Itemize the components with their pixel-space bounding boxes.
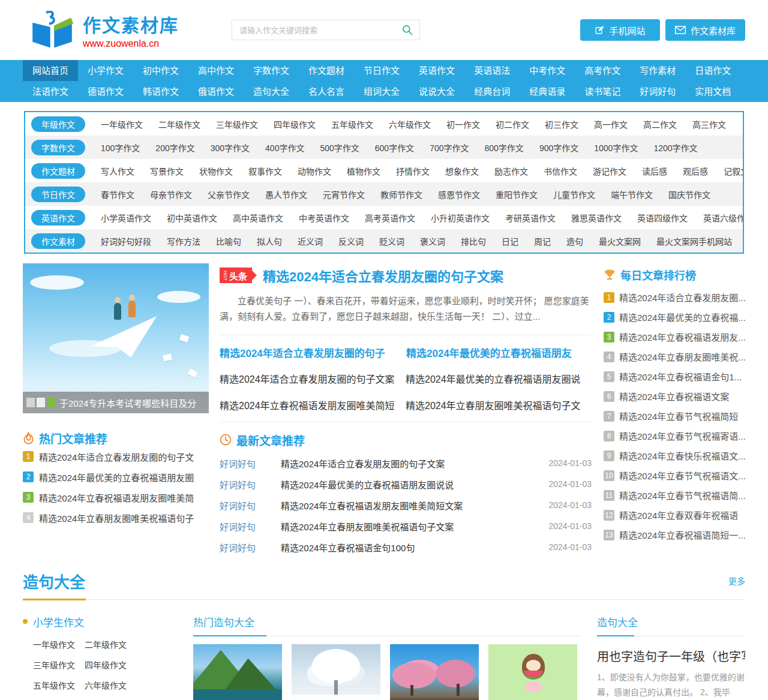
category-link[interactable]: 英语六级作文	[703, 212, 743, 224]
category-link[interactable]: 感恩节作文	[438, 188, 480, 200]
category-link[interactable]: 400字作文	[265, 142, 304, 154]
featured-article-link[interactable]: 精选2024年最优美的立春祝福语朋友	[406, 345, 592, 360]
category-link[interactable]: 日记	[502, 235, 518, 247]
image-slider[interactable]: 于2024专升本考试考哪些科目及分	[23, 263, 209, 413]
ranking-item[interactable]: 4 精选2024年立春朋友圈唯美祝...	[604, 347, 745, 366]
slider-indicator[interactable]	[37, 398, 45, 407]
category-link[interactable]: 500字作文	[320, 142, 359, 154]
nav-item[interactable]: 中考作文	[520, 60, 575, 81]
category-tag[interactable]: 好词好句	[220, 457, 281, 470]
category-link[interactable]: 造句	[566, 235, 583, 247]
category-link[interactable]: 高三作文	[692, 118, 726, 130]
category-link[interactable]: 母亲节作文	[150, 188, 192, 200]
grade-link[interactable]: 一年级作文	[33, 638, 75, 650]
nav-item[interactable]: 写作素材	[630, 60, 685, 81]
category-link[interactable]: 高二作文	[643, 118, 677, 130]
category-link[interactable]: 元宵节作文	[323, 188, 365, 200]
ranking-item[interactable]: 9 精选2024年立春快乐祝福语文...	[604, 446, 745, 465]
article-link[interactable]: 精选2024年适合立春发朋友圈的句子文案	[220, 371, 406, 386]
category-link[interactable]: 观后感	[683, 165, 708, 177]
category-link[interactable]: 拟人句	[257, 235, 282, 247]
category-link[interactable]: 想象作文	[445, 165, 479, 177]
category-link[interactable]: 五年级作文	[331, 118, 373, 130]
article-link[interactable]: 精选2024年适合立春发朋友圈的句子文案	[281, 457, 548, 470]
ranking-item[interactable]: 10 精选2024年立春节气祝福语文...	[604, 465, 745, 485]
category-link[interactable]: 端午节作文	[611, 188, 653, 200]
grade-link[interactable]: 五年级作文	[33, 679, 75, 691]
category-tag[interactable]: 好词好句	[220, 520, 281, 533]
category-link[interactable]: 高考英语作文	[365, 212, 415, 224]
ranking-item[interactable]: 2 精选2024年最优美的立春祝福...	[604, 307, 745, 327]
category-link[interactable]: 写人作文	[101, 165, 134, 177]
category-link[interactable]: 三年级作文	[216, 118, 258, 130]
nav-item[interactable]: 网站首页	[23, 60, 78, 81]
nav-item[interactable]: 作文题材	[299, 60, 354, 81]
article-link[interactable]: 精选2024年立春祝福语金句100句	[281, 541, 548, 554]
category-link[interactable]: 教师节作文	[380, 188, 422, 200]
category-link[interactable]: 排比句	[461, 235, 486, 247]
group-heading-primary[interactable]: 小学生作文	[23, 614, 193, 629]
category-pill[interactable]: 节日作文	[31, 187, 85, 202]
category-pill[interactable]: 英语作文	[31, 210, 85, 226]
category-link[interactable]: 小学英语作文	[101, 212, 151, 224]
latest-article-item[interactable]: 好词好句 精选2024年立春朋友圈唯美祝福语句子文案 2024-01-03	[220, 516, 592, 537]
article-link[interactable]: 精选2024年立春祝福语发朋友圈唯美简短文案	[281, 499, 548, 512]
category-link[interactable]: 好词好句好段	[101, 235, 151, 247]
category-link[interactable]: 父亲节作文	[208, 188, 250, 200]
category-link[interactable]: 900字作文	[539, 142, 578, 154]
ranking-item[interactable]: 8 精选2024年立春节气祝福寄语...	[604, 426, 745, 446]
category-link[interactable]: 反义词	[338, 235, 364, 247]
category-link[interactable]: 1000字作文	[594, 142, 638, 154]
category-link[interactable]: 高中英语作文	[233, 212, 283, 224]
nav-item[interactable]: 读书笔记	[575, 81, 630, 102]
nav-item[interactable]: 造句大全	[244, 81, 299, 102]
category-link[interactable]: 考研英语作文	[505, 212, 556, 224]
category-link[interactable]: 初一作文	[446, 118, 480, 130]
ranking-item[interactable]: 6 精选2024年立春祝福语文案	[604, 386, 745, 406]
ranking-item[interactable]: 11 精选2024年立春节气祝福语简...	[604, 485, 745, 505]
category-link[interactable]: 600字作文	[375, 142, 414, 154]
ranking-item[interactable]: 12 精选2024年立春双春年祝福语	[604, 505, 745, 525]
category-link[interactable]: 四年级作文	[274, 118, 316, 130]
category-link[interactable]: 700字作文	[430, 142, 469, 154]
featured-zaoju-title[interactable]: 用也字造句子一年级（也字写	[597, 647, 745, 665]
ranking-item[interactable]: 7 精选2024年立春节气祝福简短	[604, 406, 745, 426]
category-link[interactable]: 初中英语作文	[167, 212, 217, 224]
nav-item[interactable]: 德语作文	[78, 81, 133, 102]
zaoju-card[interactable]: 什么非常什么写句子一	[488, 644, 577, 700]
nav-item[interactable]: 组词大全	[354, 81, 409, 102]
category-link[interactable]: 雅思英语作文	[571, 212, 622, 224]
nav-item[interactable]: 字数作文	[244, 60, 299, 81]
category-link[interactable]: 六年级作文	[389, 118, 431, 130]
category-link[interactable]: 叙事作文	[248, 165, 282, 177]
category-link[interactable]: 书信作文	[544, 165, 577, 177]
article-link[interactable]: 精选2024年最优美的立春祝福语朋友圈说说	[281, 478, 548, 491]
site-logo[interactable]: 作文素材库 www.zuowenla.cn	[28, 11, 179, 49]
category-link[interactable]: 近义词	[298, 235, 323, 247]
slider-indicator-active[interactable]	[47, 398, 55, 407]
zaoju-card[interactable]: 雪花像什么的比喻句	[292, 644, 380, 700]
more-link[interactable]: 更多	[728, 575, 745, 587]
category-link[interactable]: 中考英语作文	[299, 212, 349, 224]
ranking-item[interactable]: 5 精选2024年立春祝福语金句1...	[604, 366, 745, 386]
category-pill[interactable]: 年级作文	[31, 116, 85, 132]
nav-item[interactable]: 小学作文	[78, 60, 133, 81]
search-button[interactable]	[401, 24, 419, 36]
category-link[interactable]: 周记	[534, 235, 551, 247]
category-tag[interactable]: 好词好句	[220, 541, 281, 554]
category-pill[interactable]: 字数作文	[31, 140, 85, 155]
category-link[interactable]: 记叙文	[724, 165, 743, 177]
category-tag[interactable]: 好词好句	[220, 478, 281, 491]
category-link[interactable]: 写景作文	[150, 165, 184, 177]
category-tag[interactable]: 好词好句	[220, 499, 281, 512]
category-link[interactable]: 抒情作文	[396, 165, 430, 177]
category-link[interactable]: 动物作文	[298, 165, 331, 177]
category-pill[interactable]: 作文题材	[31, 163, 85, 179]
category-link[interactable]: 1200字作文	[653, 142, 697, 154]
category-link[interactable]: 比喻句	[216, 235, 241, 247]
article-link[interactable]: 精选2024年立春祝福语发朋友圈唯美简短	[220, 398, 406, 412]
material-site-button[interactable]: 作文素材库	[665, 19, 745, 41]
hot-article-item[interactable]: 1 精选2024年适合立春发朋友圈的句子文	[23, 446, 209, 467]
nav-item[interactable]: 高考作文	[575, 60, 630, 81]
category-link[interactable]: 800字作文	[485, 142, 524, 154]
